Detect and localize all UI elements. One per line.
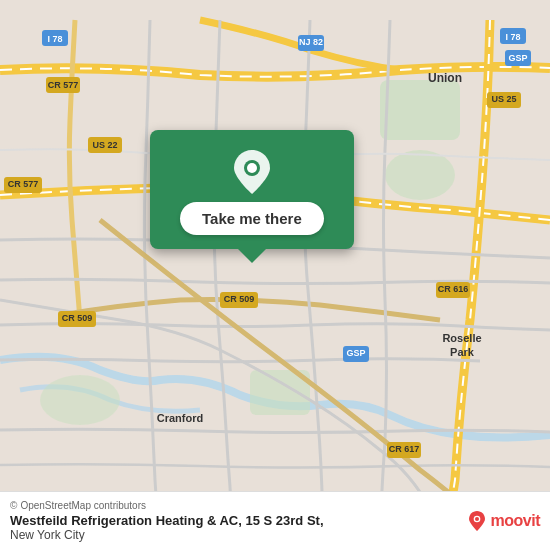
- svg-text:CR 509: CR 509: [224, 294, 255, 304]
- svg-text:Union: Union: [428, 71, 462, 85]
- svg-text:CR 509: CR 509: [62, 313, 93, 323]
- business-name: Westfeild Refrigeration Heating & AC, 15…: [10, 513, 324, 528]
- moovit-pin-icon: [467, 511, 487, 531]
- bottom-bar: © OpenStreetMap contributors Westfeild R…: [0, 491, 550, 550]
- svg-text:CR 617: CR 617: [389, 444, 420, 454]
- svg-text:GSP: GSP: [508, 53, 527, 63]
- svg-text:CR 577: CR 577: [8, 179, 39, 189]
- svg-point-3: [40, 375, 120, 425]
- svg-text:I 78: I 78: [505, 32, 520, 42]
- business-city: New York City: [10, 528, 324, 542]
- map-svg: I 78 I 78 NJ 82 GSP CR 577 US 22 US 25 C…: [0, 0, 550, 550]
- svg-text:Roselle: Roselle: [442, 332, 481, 344]
- svg-text:US 22: US 22: [92, 140, 117, 150]
- attribution: © OpenStreetMap contributors: [10, 500, 324, 511]
- moovit-logo: moovit: [467, 511, 540, 531]
- svg-point-37: [475, 517, 479, 521]
- copyright-symbol: ©: [10, 500, 17, 511]
- svg-point-1: [385, 150, 455, 200]
- take-me-there-button[interactable]: Take me there: [180, 202, 324, 235]
- svg-text:NJ 82: NJ 82: [299, 37, 323, 47]
- svg-rect-0: [380, 80, 460, 140]
- moovit-brand-text: moovit: [491, 512, 540, 530]
- svg-text:I 78: I 78: [47, 34, 62, 44]
- svg-text:CR 616: CR 616: [438, 284, 469, 294]
- svg-text:Cranford: Cranford: [157, 412, 203, 424]
- svg-text:Park: Park: [450, 346, 475, 358]
- svg-text:GSP: GSP: [346, 348, 365, 358]
- map-container: I 78 I 78 NJ 82 GSP CR 577 US 22 US 25 C…: [0, 0, 550, 550]
- svg-text:US 25: US 25: [491, 94, 516, 104]
- bottom-left: © OpenStreetMap contributors Westfeild R…: [10, 500, 324, 542]
- svg-text:CR 577: CR 577: [48, 80, 79, 90]
- attribution-text: OpenStreetMap contributors: [20, 500, 146, 511]
